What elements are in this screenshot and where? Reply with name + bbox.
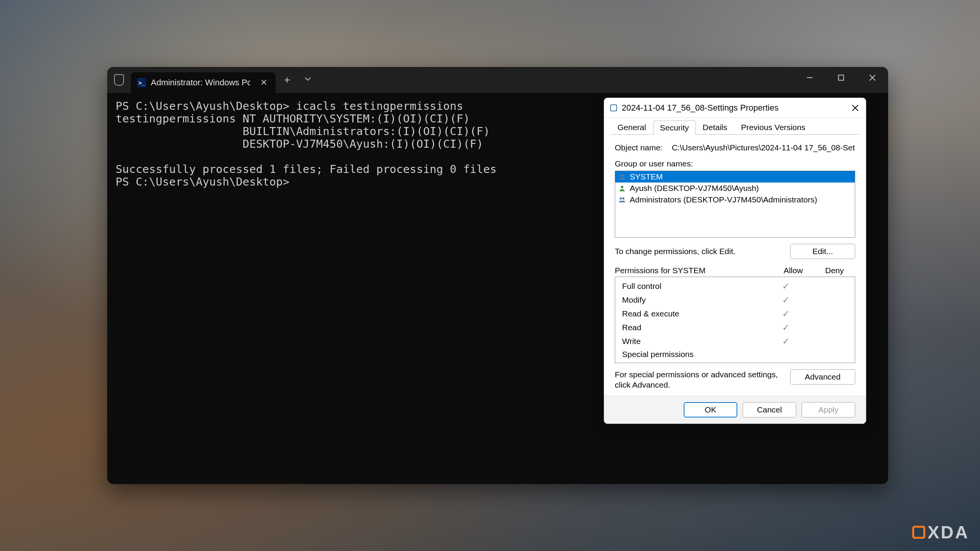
properties-dialog: 2024-11-04 17_56_08-Settings Properties … <box>604 98 866 424</box>
permission-name: Write <box>622 337 765 346</box>
allow-check-icon: ✓ <box>765 308 807 319</box>
permission-name: Read & execute <box>622 309 765 318</box>
allow-check-icon: ✓ <box>765 281 807 292</box>
new-tab-button[interactable]: + <box>276 74 299 86</box>
tab-dropdown-button[interactable] <box>299 76 317 84</box>
permission-name: Special permissions <box>622 350 765 359</box>
allow-check-icon: ✓ <box>765 295 807 305</box>
group-item-label: SYSTEM <box>630 172 663 181</box>
dialog-close-button[interactable] <box>848 101 862 115</box>
properties-titlebar[interactable]: 2024-11-04 17_56_08-Settings Properties <box>604 98 866 118</box>
xda-logo-icon <box>912 526 925 539</box>
edit-hint: To change permissions, click Edit. <box>615 247 783 256</box>
permission-row: Full control✓ <box>615 279 855 293</box>
maximize-button[interactable] <box>825 67 857 88</box>
cancel-button[interactable]: Cancel <box>743 402 796 417</box>
permission-name: Read <box>622 323 765 332</box>
file-icon <box>610 104 617 111</box>
permission-row: Read & execute✓ <box>615 307 855 321</box>
permission-row: Write✓ <box>615 334 855 348</box>
object-name-value: C:\Users\Ayush\Pictures\2024-11-04 17_56… <box>672 143 855 152</box>
close-button[interactable] <box>857 67 888 88</box>
ok-button[interactable]: OK <box>684 402 737 417</box>
tab-close-button[interactable]: ✕ <box>257 76 270 89</box>
group-item-label: Administrators (DESKTOP-VJ7M450\Administ… <box>630 195 817 204</box>
advanced-button[interactable]: Advanced <box>790 369 855 385</box>
xda-text: XDA <box>928 522 969 543</box>
terminal-tab[interactable]: >_ Administrator: Windows Powe ✕ <box>131 72 276 93</box>
group-item-label: Ayush (DESKTOP-VJ7M450\Ayush) <box>630 184 759 193</box>
svg-point-8 <box>621 186 624 188</box>
window-controls <box>794 67 888 93</box>
tab-security[interactable]: Security <box>653 121 696 135</box>
group-user-list[interactable]: SYSTEMAyush (DESKTOP-VJ7M450\Ayush)Admin… <box>615 171 855 238</box>
properties-title: 2024-11-04 17_56_08-Settings Properties <box>622 103 844 113</box>
allow-column-header: Allow <box>773 266 814 275</box>
svg-point-10 <box>622 197 625 200</box>
permissions-table: Full control✓Modify✓Read & execute✓Read✓… <box>615 277 855 363</box>
svg-point-9 <box>620 197 622 200</box>
allow-check-icon: ✓ <box>765 336 807 347</box>
object-name-label: Object name: <box>615 143 663 152</box>
tab-details[interactable]: Details <box>696 120 734 134</box>
group-list-label: Group or user names: <box>615 159 855 168</box>
tab-previous-versions[interactable]: Previous Versions <box>735 120 812 134</box>
group-item[interactable]: SYSTEM <box>615 171 855 183</box>
permission-name: Modify <box>622 295 765 305</box>
tab-general[interactable]: General <box>611 120 653 134</box>
permissions-header: Permissions for SYSTEM <box>615 266 773 275</box>
minimize-button[interactable] <box>794 67 825 88</box>
terminal-titlebar[interactable]: >_ Administrator: Windows Powe ✕ + <box>107 67 888 93</box>
svg-rect-1 <box>838 75 844 80</box>
tab-title: Administrator: Windows Powe <box>151 78 250 88</box>
dialog-footer: OK Cancel Apply <box>604 396 866 424</box>
permission-row: Modify✓ <box>615 293 855 307</box>
group-item[interactable]: Ayush (DESKTOP-VJ7M450\Ayush) <box>615 183 855 194</box>
advanced-hint: For special permissions or advanced sett… <box>615 369 783 390</box>
permission-name: Full control <box>622 282 765 291</box>
svg-point-6 <box>620 174 622 177</box>
svg-point-7 <box>622 174 625 177</box>
shield-icon <box>114 74 124 86</box>
powershell-icon: >_ <box>137 78 146 87</box>
group-item[interactable]: Administrators (DESKTOP-VJ7M450\Administ… <box>615 194 855 205</box>
properties-tabs: GeneralSecurityDetailsPrevious Versions <box>604 118 866 134</box>
allow-check-icon: ✓ <box>765 322 807 333</box>
permission-row: Special permissions <box>615 348 855 360</box>
xda-watermark: XDA <box>912 522 969 543</box>
deny-column-header: Deny <box>814 266 855 275</box>
users-group-icon <box>618 196 626 204</box>
permission-row: Read✓ <box>615 321 855 334</box>
users-group-icon <box>618 173 626 181</box>
apply-button[interactable]: Apply <box>802 402 855 417</box>
edit-button[interactable]: Edit... <box>790 244 855 259</box>
user-icon <box>618 184 626 192</box>
